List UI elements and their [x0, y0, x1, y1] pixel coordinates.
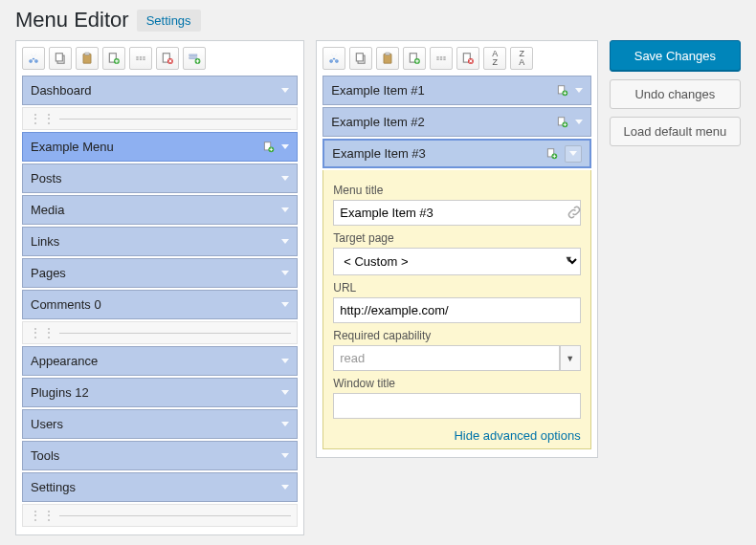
paste-button[interactable] [76, 47, 99, 70]
svg-rect-8 [189, 54, 197, 56]
toolbar-right: AZ ZA [322, 47, 590, 70]
menu-item[interactable]: Links [22, 227, 298, 256]
delete-button[interactable] [456, 47, 479, 70]
menu-item-label: Users [31, 417, 63, 431]
capability-dropdown-button[interactable]: ▼ [560, 345, 581, 371]
separator-row[interactable]: ⋮⋮ [22, 504, 298, 527]
link-icon[interactable] [566, 204, 583, 221]
url-label: URL [333, 281, 580, 294]
submenu-panel: AZ ZA Example Item #1Example Item #2Exam… [316, 40, 597, 458]
collapse-toggle[interactable] [565, 145, 582, 163]
chevron-down-icon [575, 120, 583, 124]
cut-button[interactable] [22, 47, 45, 70]
menu-item[interactable]: Plugins 12 [22, 378, 298, 407]
menu-item[interactable]: Appearance [22, 346, 298, 376]
add-menu-button[interactable] [183, 47, 206, 70]
hide-advanced-link[interactable]: Hide advanced options [454, 428, 580, 443]
menu-item-label: Pages [31, 266, 66, 280]
menu-item-label: Posts [31, 171, 62, 185]
chevron-down-icon [281, 144, 289, 149]
new-separator-button[interactable] [430, 47, 453, 70]
capability-label: Required capability [333, 329, 580, 342]
sort-desc-button[interactable]: ZA [510, 47, 533, 70]
new-separator-button[interactable] [129, 47, 152, 70]
menu-item-label: Links [31, 234, 59, 249]
copy-button[interactable] [49, 47, 72, 70]
chevron-down-icon [281, 239, 289, 244]
menu-item-label: Example Item #1 [331, 83, 425, 98]
chevron-down-icon [281, 453, 289, 458]
menu-item[interactable]: Dashboard [22, 76, 298, 105]
menu-item-label: Media [31, 203, 64, 217]
menu-item-label: Example Item #3 [332, 146, 426, 161]
chevron-down-icon [281, 88, 289, 93]
svg-rect-14 [357, 54, 364, 61]
svg-rect-9 [189, 57, 197, 59]
chevron-down-icon [281, 271, 289, 275]
custom-flag-icon [556, 116, 569, 129]
grip-icon: ⋮⋮ [29, 509, 56, 522]
actions-sidebar: Save Changes Undo changes Load default m… [610, 40, 741, 146]
separator-row[interactable]: ⋮⋮ [22, 107, 298, 130]
paste-button[interactable] [376, 47, 399, 70]
menu-item[interactable]: Posts [22, 164, 298, 193]
menu-item[interactable]: Comments 0 [22, 290, 298, 319]
menu-item[interactable]: Tools [22, 441, 298, 470]
menu-item[interactable]: Media [22, 195, 298, 225]
menu-item[interactable]: Users [22, 409, 298, 439]
chevron-down-icon [281, 207, 289, 212]
copy-button[interactable] [349, 47, 372, 70]
target-page-label: Target page [333, 231, 580, 245]
menu-title-label: Menu title [333, 184, 580, 197]
settings-tab[interactable]: Settings [137, 10, 201, 32]
load-default-button[interactable]: Load default menu [610, 117, 741, 146]
svg-rect-2 [83, 54, 91, 63]
undo-button[interactable]: Undo changes [610, 79, 741, 109]
chevron-down-icon [281, 422, 289, 426]
window-title-label: Window title [333, 377, 580, 390]
menu-item-label: Plugins 12 [31, 385, 89, 400]
window-title-input[interactable] [333, 393, 580, 419]
menu-item-label: Tools [31, 448, 59, 463]
page-title: Menu Editor [15, 8, 129, 33]
separator-row[interactable]: ⋮⋮ [22, 321, 298, 344]
grip-icon: ⋮⋮ [29, 112, 56, 125]
submenu-item[interactable]: Example Item #2 [322, 107, 590, 137]
menu-item-label: Appearance [31, 354, 98, 368]
svg-rect-15 [384, 54, 391, 63]
chevron-down-icon [281, 302, 289, 307]
chevron-down-icon [281, 359, 289, 363]
menu-item-label: Example Menu [31, 140, 114, 154]
menu-item[interactable]: Example Menu [22, 132, 298, 162]
url-input[interactable] [333, 297, 580, 323]
cut-button[interactable] [322, 47, 345, 70]
top-level-menus-panel: Dashboard⋮⋮Example MenuPostsMediaLinksPa… [15, 40, 304, 535]
submenu-item[interactable]: Example Item #3 [322, 139, 590, 168]
save-button[interactable]: Save Changes [610, 40, 741, 72]
custom-flag-icon [262, 141, 276, 154]
item-editor: Menu titleTarget page< Custom >URLRequir… [322, 170, 590, 449]
new-item-button[interactable] [403, 47, 426, 70]
sort-asc-button[interactable]: AZ [483, 47, 506, 70]
menu-item[interactable]: Settings [22, 472, 298, 502]
chevron-down-icon [281, 485, 289, 490]
custom-flag-icon [556, 84, 569, 98]
menu-item-label: Comments 0 [31, 297, 101, 312]
chevron-down-icon [281, 176, 289, 181]
capability-input[interactable] [333, 345, 559, 371]
new-item-button[interactable] [102, 47, 125, 70]
custom-flag-icon [545, 147, 559, 161]
menu-item[interactable]: Pages [22, 258, 298, 288]
svg-rect-16 [386, 53, 390, 54]
chevron-down-icon [281, 390, 289, 395]
menu-item-label: Settings [31, 480, 76, 494]
menu-title-input[interactable] [333, 200, 580, 226]
grip-icon: ⋮⋮ [29, 326, 56, 339]
menu-item-label: Dashboard [31, 83, 92, 98]
svg-rect-1 [56, 54, 62, 61]
target-page-select[interactable]: < Custom > [333, 248, 580, 275]
svg-rect-3 [85, 53, 90, 54]
delete-button[interactable] [156, 47, 179, 70]
submenu-item[interactable]: Example Item #1 [322, 76, 590, 105]
menu-item-label: Example Item #2 [331, 115, 425, 129]
